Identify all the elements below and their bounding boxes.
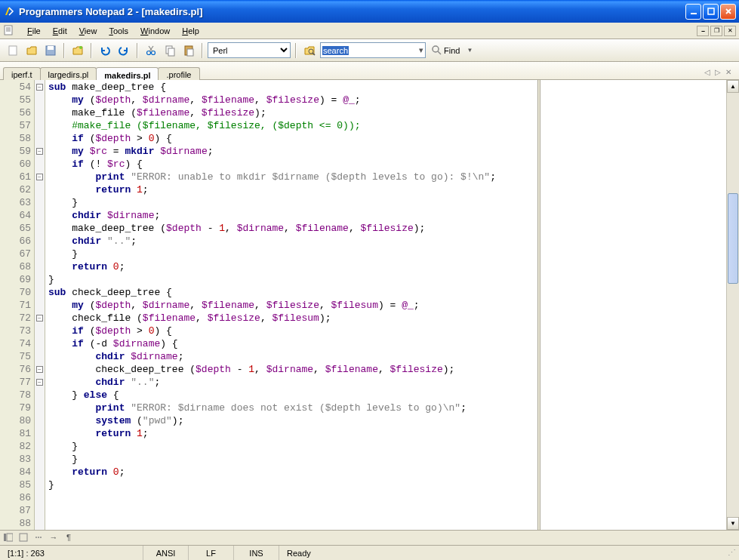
mdi-restore-button[interactable]: ❐ bbox=[710, 26, 722, 36]
menu-bar: FileEditViewToolsWindowHelp ‒ ❐ ✕ bbox=[0, 23, 739, 39]
toolbar: Perl search▾ Find ▼ bbox=[0, 39, 739, 62]
search-combo[interactable]: search▾ bbox=[320, 42, 426, 58]
svg-rect-21 bbox=[7, 534, 13, 541]
tab-next-button[interactable]: ▷ bbox=[715, 68, 721, 76]
copy-button[interactable] bbox=[162, 42, 178, 59]
language-select[interactable]: Perl bbox=[208, 42, 291, 58]
document-icon bbox=[3, 25, 15, 37]
svg-rect-15 bbox=[187, 49, 193, 56]
svg-rect-0 bbox=[691, 13, 697, 14]
new-file-button[interactable] bbox=[5, 42, 21, 59]
editor: 5455565758596061626364656667686970717273… bbox=[0, 80, 739, 530]
encoding-cell: ANSI bbox=[143, 546, 189, 560]
insert-mode-cell: INS bbox=[234, 546, 279, 560]
menu-window[interactable]: Window bbox=[134, 25, 176, 37]
svg-line-17 bbox=[313, 53, 315, 55]
secondary-pane bbox=[540, 80, 726, 530]
menu-tools[interactable]: Tools bbox=[103, 25, 134, 37]
scroll-down-button[interactable]: ▼ bbox=[727, 517, 739, 530]
maximize-button[interactable] bbox=[703, 4, 719, 20]
svg-point-24 bbox=[38, 537, 39, 538]
svg-point-23 bbox=[35, 537, 37, 538]
code-area[interactable]: sub make_deep_tree { my ($depth, $dirnam… bbox=[45, 80, 537, 530]
cut-button[interactable] bbox=[143, 42, 159, 59]
bookmark-toggle[interactable]: → bbox=[48, 533, 59, 543]
mdi-minimize-button[interactable]: ‒ bbox=[697, 26, 709, 36]
svg-line-19 bbox=[438, 51, 441, 54]
cursor-position: [1:1] : 263 bbox=[0, 546, 143, 560]
undo-button[interactable] bbox=[97, 42, 113, 59]
status-bar: [1:1] : 263 ANSI LF INS Ready ⋰ bbox=[0, 545, 739, 560]
pilcrow-toggle[interactable]: ¶ bbox=[63, 533, 74, 543]
svg-rect-1 bbox=[708, 8, 714, 14]
find-label: Find bbox=[444, 46, 460, 55]
save-button[interactable] bbox=[42, 42, 59, 59]
dropdown-arrow-icon[interactable]: ▼ bbox=[466, 47, 473, 54]
svg-point-10 bbox=[147, 51, 151, 54]
redo-button[interactable] bbox=[115, 42, 132, 59]
whitespace-toggle[interactable] bbox=[33, 533, 44, 543]
svg-point-11 bbox=[152, 51, 155, 54]
svg-point-18 bbox=[433, 46, 439, 52]
app-icon bbox=[3, 5, 15, 17]
title-bar: Programmers Notepad 2 - [makedirs.pl] bbox=[0, 0, 739, 23]
svg-rect-8 bbox=[48, 46, 54, 50]
open-project-button[interactable] bbox=[69, 42, 86, 59]
svg-point-25 bbox=[40, 537, 42, 538]
fold-gutter[interactable]: − − − − −− bbox=[35, 80, 45, 530]
scroll-thumb[interactable] bbox=[728, 193, 738, 284]
find-button[interactable]: Find ▼ bbox=[428, 43, 476, 58]
bottom-toolbar: → ¶ bbox=[0, 530, 739, 545]
svg-rect-6 bbox=[9, 46, 17, 55]
find-in-files-button[interactable] bbox=[301, 42, 318, 59]
mdi-close-button[interactable]: ✕ bbox=[724, 26, 736, 36]
line-ending-cell: LF bbox=[189, 546, 234, 560]
window-title: Programmers Notepad 2 - [makedirs.pl] bbox=[19, 6, 685, 17]
tab-strip: iperf.tlargedirs.plmakedirs.pl.profile ◁… bbox=[0, 62, 739, 80]
svg-point-9 bbox=[79, 46, 82, 49]
menu-help[interactable]: Help bbox=[176, 25, 205, 37]
scroll-up-button[interactable]: ▲ bbox=[727, 80, 739, 93]
word-wrap-toggle[interactable] bbox=[18, 533, 29, 543]
resize-grip[interactable]: ⋰ bbox=[725, 548, 739, 558]
magnifier-icon bbox=[431, 45, 442, 57]
open-file-button[interactable] bbox=[23, 42, 40, 59]
tab-close-button[interactable]: ✕ bbox=[725, 68, 731, 76]
minimize-button[interactable] bbox=[685, 4, 701, 20]
tab-prev-button[interactable]: ◁ bbox=[704, 68, 710, 76]
menu-edit[interactable]: Edit bbox=[47, 25, 73, 37]
svg-rect-20 bbox=[4, 534, 6, 541]
svg-rect-22 bbox=[20, 534, 27, 541]
paste-button[interactable] bbox=[180, 42, 197, 59]
vertical-scrollbar[interactable]: ▲ ▼ bbox=[726, 80, 739, 530]
close-button[interactable] bbox=[720, 4, 736, 20]
menu-file[interactable]: File bbox=[21, 25, 47, 37]
line-numbers-toggle[interactable] bbox=[3, 533, 14, 543]
status-text: Ready bbox=[279, 546, 725, 560]
svg-rect-13 bbox=[168, 48, 174, 56]
line-number-gutter: 5455565758596061626364656667686970717273… bbox=[0, 80, 35, 530]
menu-view[interactable]: View bbox=[73, 25, 103, 37]
svg-rect-2 bbox=[5, 26, 12, 35]
